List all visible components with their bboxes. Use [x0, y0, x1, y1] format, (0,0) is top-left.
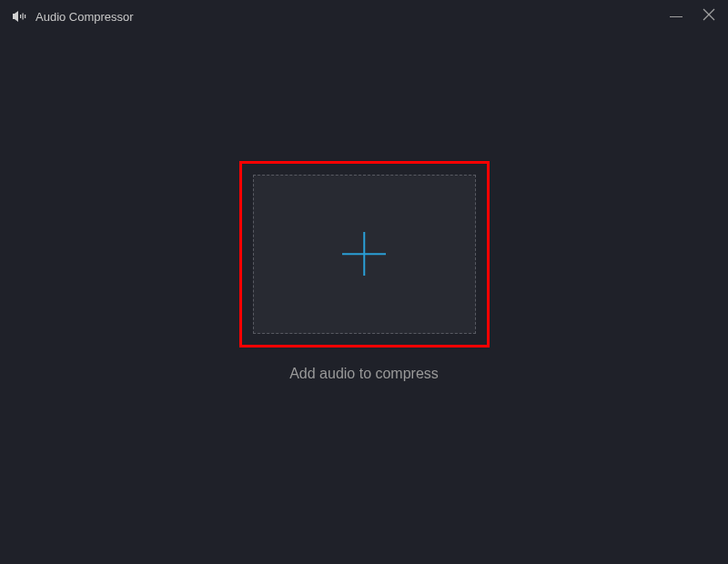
instruction-label: Add audio to compress: [289, 366, 439, 382]
main-content: Add audio to compress: [0, 5, 728, 537]
add-audio-dropzone[interactable]: [253, 175, 476, 334]
plus-icon: [342, 232, 386, 276]
dropzone-highlight-outline: [239, 161, 490, 347]
